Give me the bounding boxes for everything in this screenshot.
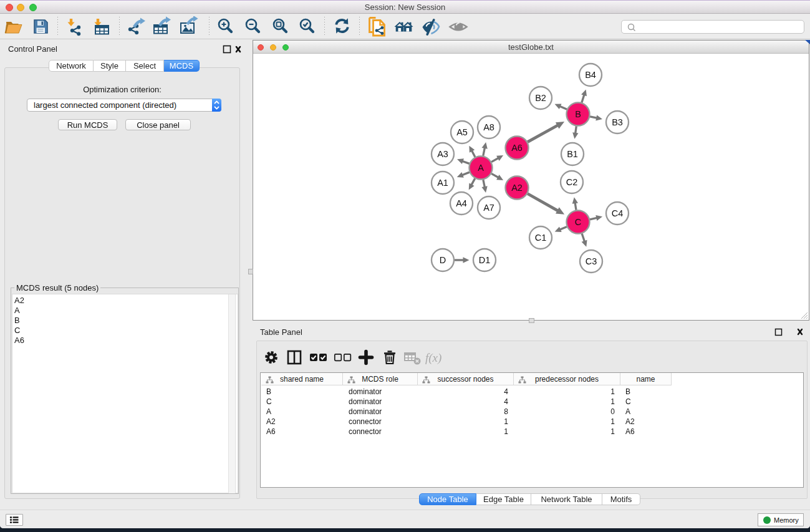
svg-text:A: A: [478, 163, 484, 173]
svg-text:A7: A7: [483, 203, 494, 213]
svg-text:B3: B3: [612, 117, 623, 127]
svg-text:C1: C1: [535, 233, 547, 243]
svg-text:A5: A5: [456, 127, 468, 137]
svg-text:D: D: [440, 255, 446, 265]
svg-text:B1: B1: [567, 149, 578, 159]
svg-text:B4: B4: [585, 70, 596, 80]
svg-text:A3: A3: [437, 149, 448, 159]
svg-text:A4: A4: [456, 198, 467, 208]
svg-text:A2: A2: [511, 183, 523, 193]
svg-text:f(x): f(x): [425, 351, 441, 365]
svg-text:C3: C3: [586, 256, 597, 266]
svg-text:A8: A8: [483, 122, 494, 132]
svg-text:C2: C2: [566, 177, 578, 187]
svg-text:A6: A6: [511, 143, 523, 153]
svg-text:B: B: [575, 109, 581, 119]
svg-text:B2: B2: [535, 93, 546, 103]
svg-text:A1: A1: [437, 178, 448, 188]
svg-text:C4: C4: [612, 208, 624, 218]
svg-text:C: C: [575, 217, 581, 227]
svg-text:D1: D1: [479, 255, 491, 265]
